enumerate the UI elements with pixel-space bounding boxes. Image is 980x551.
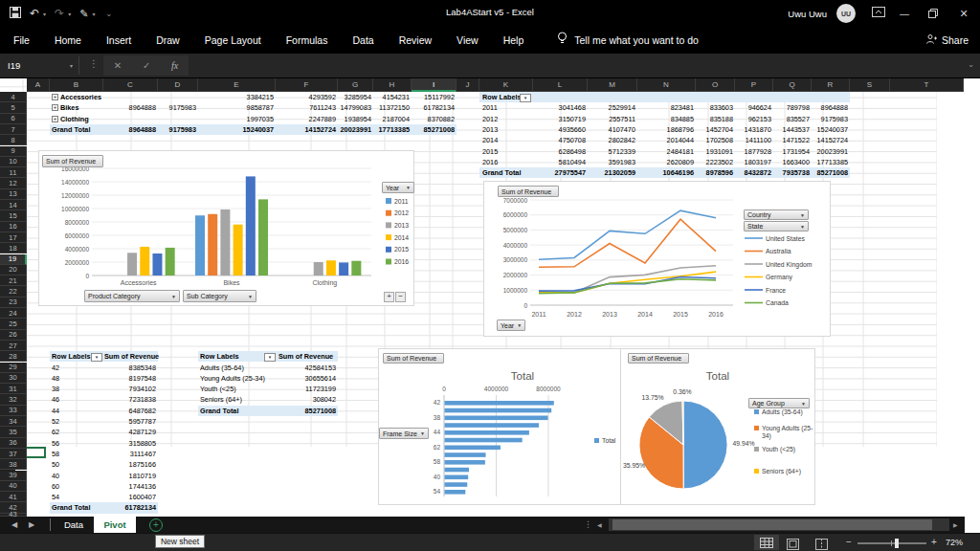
value-field-button[interactable]: Sum of Revenue <box>383 353 444 364</box>
column-header-K[interactable]: K <box>479 78 533 92</box>
pivot-row-label[interactable]: 58 <box>52 450 59 459</box>
row-labels-sort-icon[interactable]: ▾ <box>264 353 276 362</box>
row-header-12[interactable]: 12 <box>0 178 27 188</box>
pivot-row-label[interactable]: 62 <box>52 428 59 437</box>
row-header-14[interactable]: 14 <box>0 200 27 210</box>
pivot-row-label[interactable]: 60 <box>52 482 59 492</box>
pivot-cell[interactable]: 15240037 <box>781 125 848 135</box>
row-header-29[interactable]: 29 <box>0 363 27 373</box>
pivot-cell[interactable]: 2529914 <box>568 103 635 113</box>
row-header-19[interactable]: 19 <box>0 254 27 265</box>
pivot-row-label[interactable]: Adults (35-64) <box>200 364 244 373</box>
pivot-row-label[interactable]: 2015 <box>482 147 498 157</box>
normal-view-button[interactable] <box>754 535 779 550</box>
hscroll-right-icon[interactable]: ▶ <box>953 521 958 528</box>
pivot-cell[interactable]: 1744136 <box>89 482 156 492</box>
sheet-nav-left-icon[interactable]: ◀ <box>11 520 17 529</box>
column-header-L[interactable]: L <box>533 78 588 92</box>
row-header-39[interactable]: 39 <box>0 471 27 481</box>
pivot-row-label[interactable]: 50 <box>52 460 59 470</box>
pivot-cell[interactable]: 14152724 <box>781 136 848 145</box>
grand-total-label[interactable]: Grand Total <box>482 168 521 178</box>
expand-icon[interactable]: + <box>52 94 58 100</box>
column-header-E[interactable]: E <box>198 78 276 92</box>
pivot-cell[interactable]: 2802842 <box>568 136 635 145</box>
pivot-row-label[interactable]: 40 <box>52 472 59 481</box>
pivot-cell[interactable]: 4287129 <box>89 428 156 437</box>
tell-me-box[interactable]: Tell me what you want to do <box>557 32 699 49</box>
pivot-header-label[interactable]: Sum of Revenue <box>104 352 159 362</box>
undo-icon[interactable]: ↶ <box>30 8 39 19</box>
pivot-cell[interactable]: 15117992 <box>388 93 455 102</box>
pivot-row-label[interactable]: 52 <box>52 417 59 427</box>
row-header-8[interactable]: 8 <box>0 135 27 145</box>
row-header-28[interactable]: 28 <box>0 351 27 362</box>
ribbon-tab-home[interactable]: Home <box>42 27 94 54</box>
draw-dropdown-icon[interactable]: ▾ <box>92 11 95 17</box>
sheet-tab-data[interactable]: Data <box>54 517 94 533</box>
pivot-cell[interactable]: 8964888 <box>781 103 848 113</box>
ribbon-tab-insert[interactable]: Insert <box>94 27 144 54</box>
sheet-nav-right-icon[interactable]: ▶ <box>29 520 34 529</box>
row-header-6[interactable]: 6 <box>0 114 27 124</box>
pivot-cell[interactable]: 3111467 <box>89 450 156 459</box>
row-header-27[interactable]: 27 <box>0 341 27 351</box>
column-header-H[interactable]: H <box>373 78 412 92</box>
name-box[interactable]: I19 ▾ <box>0 54 78 77</box>
zoom-in-icon[interactable]: + <box>931 537 937 547</box>
column-header-A[interactable]: A <box>27 78 50 92</box>
pivot-cell[interactable]: 6487682 <box>89 407 156 416</box>
chart-zoom-out-button[interactable]: − <box>395 292 406 302</box>
pivot-cell[interactable]: 9175983 <box>781 115 848 124</box>
hscroll-left-icon[interactable]: ◀ <box>597 521 602 528</box>
pivot-cell[interactable]: 3158805 <box>89 439 156 449</box>
row-header-30[interactable]: 30 <box>0 373 27 384</box>
pivot-row-label[interactable]: 2014 <box>482 136 498 145</box>
pivot-cell[interactable]: 8370882 <box>388 115 455 124</box>
product-category-field-button[interactable]: Product Category▼ <box>84 290 180 302</box>
redo-dropdown-icon[interactable]: ▾ <box>68 11 71 17</box>
row-header-23[interactable]: 23 <box>0 298 27 308</box>
new-sheet-button[interactable]: + <box>149 518 163 532</box>
sub-category-field-button[interactable]: Sub Category▼ <box>183 290 256 302</box>
pivot-row-label[interactable]: 38 <box>52 385 59 394</box>
pivot-cell[interactable]: 2557511 <box>568 115 635 124</box>
pivot-cell[interactable]: 8197548 <box>89 374 156 384</box>
column-chart[interactable]: 0200000040000006000000800000010000000120… <box>38 150 414 306</box>
frame-size-field-button[interactable]: Frame Size▼ <box>379 428 429 439</box>
pivot-cell[interactable]: 21302059 <box>568 168 635 178</box>
age-group-field-button[interactable]: Age Group▼ <box>748 398 810 408</box>
column-header-G[interactable]: G <box>338 78 373 92</box>
row-header-20[interactable]: 20 <box>0 265 27 276</box>
enter-icon[interactable]: ✓ <box>143 60 150 71</box>
column-header-F[interactable]: F <box>276 78 338 92</box>
ribbon-tab-help[interactable]: Help <box>491 27 537 54</box>
pivot-row-label[interactable]: 46 <box>52 395 59 405</box>
pivot-row-label[interactable]: Seniors (64+) <box>200 395 242 405</box>
pivot-cell[interactable]: 30655614 <box>269 374 336 384</box>
zoom-slider-track[interactable] <box>858 542 926 544</box>
pivot-row-label[interactable]: Youth (<25) <box>200 385 236 394</box>
ribbon-tab-file[interactable]: File <box>0 27 42 54</box>
value-field-button[interactable]: Sum of Revenue <box>42 155 103 167</box>
row-header-40[interactable]: 40 <box>0 481 27 492</box>
state-field-button[interactable]: State▼ <box>744 221 809 231</box>
row-header-17[interactable]: 17 <box>0 232 27 243</box>
grand-total-label[interactable]: Grand Total <box>52 125 90 135</box>
column-header-J[interactable]: J <box>457 78 479 92</box>
row-header-32[interactable]: 32 <box>0 394 27 405</box>
close-button[interactable]: ✕ <box>947 8 980 20</box>
ribbon-tab-review[interactable]: Review <box>387 27 444 54</box>
column-header-R[interactable]: R <box>812 78 850 92</box>
pie-chart-total[interactable]: Total49.94%35.95%13.75%0.36%Adults (35-6… <box>620 348 815 505</box>
row-header-9[interactable]: 9 <box>0 146 27 157</box>
scrollbar-grip-icon[interactable]: ⋮ <box>584 519 592 529</box>
pivot-row-label[interactable]: Bikes <box>60 103 78 113</box>
row-header-38[interactable]: 38 <box>0 459 27 470</box>
zoom-out-icon[interactable]: − <box>846 537 852 547</box>
row-header-36[interactable]: 36 <box>0 438 27 449</box>
redo-icon[interactable]: ↷ <box>55 8 64 19</box>
draw-touch-icon[interactable]: ✎ <box>79 8 88 19</box>
row-header-33[interactable]: 33 <box>0 406 27 416</box>
pivot-row-label[interactable]: 2016 <box>482 158 498 167</box>
